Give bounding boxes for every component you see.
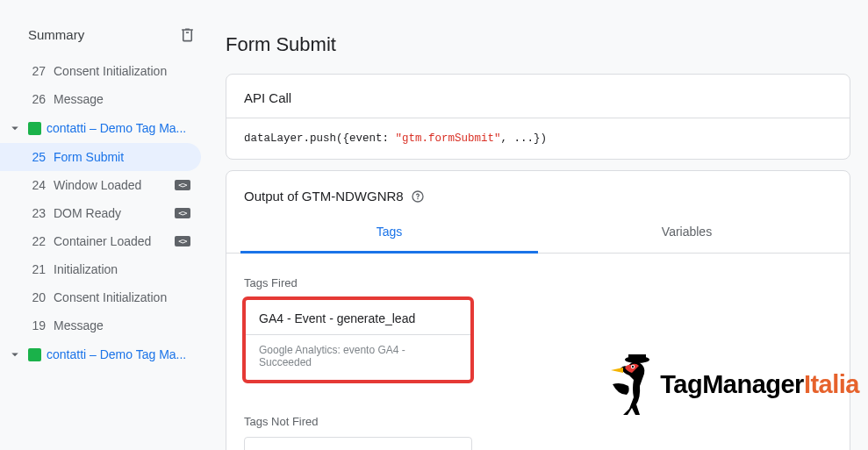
tags-not-fired-label: Tags Not Fired: [226, 392, 850, 437]
summary-title: Summary: [28, 27, 84, 42]
page-label: contatti – Demo Tag Ma...: [47, 121, 186, 135]
page-indicator-icon: [28, 348, 41, 361]
api-call-card: API Call dataLayer.push({event: "gtm.for…: [226, 74, 850, 160]
event-label: Window Loaded: [54, 178, 167, 192]
event-number: 27: [30, 64, 46, 78]
code-badge-icon: <>: [175, 208, 190, 218]
event-item[interactable]: 19 Message: [0, 311, 201, 339]
event-number: 23: [30, 206, 46, 220]
code-prefix: dataLayer.push({event:: [244, 132, 396, 145]
tag-name: GA4 - Event - generate_lead: [245, 299, 471, 334]
arrow-down-icon: [7, 120, 23, 136]
event-item-active[interactable]: 25 Form Submit: [0, 143, 201, 171]
page-group[interactable]: contatti – Demo Tag Ma...: [0, 339, 210, 369]
event-item[interactable]: 26 Message: [0, 85, 201, 113]
code-suffix: , ...}): [501, 132, 548, 145]
tab-variables[interactable]: Variables: [538, 212, 836, 253]
event-label: Form Submit: [54, 150, 190, 164]
tags-fired-label: Tags Fired: [226, 254, 850, 298]
tab-tags[interactable]: Tags: [240, 212, 538, 254]
event-label: Message: [54, 92, 190, 106]
output-tabs: Tags Variables: [226, 212, 850, 254]
event-number: 22: [30, 234, 46, 248]
output-card: Output of GTM-NDWGNR8 Tags Variables Tag…: [226, 170, 850, 450]
event-number: 20: [30, 290, 46, 304]
event-number: 26: [30, 92, 46, 106]
tag-name: GA4 - Configuration: [245, 438, 471, 450]
page-group[interactable]: contatti – Demo Tag Ma...: [0, 113, 210, 143]
event-item[interactable]: 21 Initialization: [0, 255, 201, 283]
fired-tag-card[interactable]: GA4 - Event - generate_lead Google Analy…: [244, 298, 472, 382]
event-label: Consent Initialization: [54, 64, 190, 78]
event-item[interactable]: 22 Container Loaded <>: [0, 227, 201, 255]
page-label: contatti – Demo Tag Ma...: [47, 347, 186, 361]
output-header: Output of GTM-NDWGNR8: [226, 171, 850, 212]
event-label: Consent Initialization: [54, 290, 190, 304]
not-fired-tag-card[interactable]: GA4 - Configuration: [244, 437, 472, 450]
event-label: Message: [54, 318, 190, 332]
code-badge-icon: <>: [175, 236, 190, 246]
event-label: Container Loaded: [54, 234, 167, 248]
arrow-down-icon: [7, 346, 23, 362]
event-label: DOM Ready: [54, 206, 167, 220]
event-label: Initialization: [54, 262, 190, 276]
event-number: 24: [30, 178, 46, 192]
event-number: 19: [30, 318, 46, 332]
event-item[interactable]: 24 Window Loaded <>: [0, 171, 201, 199]
event-number: 25: [30, 150, 46, 164]
page-indicator-icon: [28, 122, 41, 135]
clear-icon[interactable]: [179, 26, 196, 43]
event-number: 21: [30, 262, 46, 276]
main-panel: Form Submit API Call dataLayer.push({eve…: [210, 0, 868, 450]
api-call-header: API Call: [226, 75, 850, 118]
code-badge-icon: <>: [175, 180, 190, 190]
api-call-code: dataLayer.push({event: "gtm.formSubmit",…: [226, 118, 850, 159]
help-icon[interactable]: [411, 189, 425, 204]
event-item[interactable]: 27 Consent Initialization: [0, 57, 201, 85]
event-list: 27 Consent Initialization 26 Message con…: [0, 57, 210, 369]
event-item[interactable]: 20 Consent Initialization: [0, 283, 201, 311]
sidebar: Summary 27 Consent Initialization 26 Mes…: [0, 0, 210, 450]
sidebar-header: Summary: [0, 26, 210, 57]
code-string: "gtm.formSubmit": [396, 132, 501, 145]
page-title: Form Submit: [226, 33, 868, 56]
output-title: Output of GTM-NDWGNR8: [244, 189, 404, 204]
event-item[interactable]: 23 DOM Ready <>: [0, 199, 201, 227]
tag-status: Google Analytics: evento GA4 - Succeeded: [245, 334, 471, 381]
